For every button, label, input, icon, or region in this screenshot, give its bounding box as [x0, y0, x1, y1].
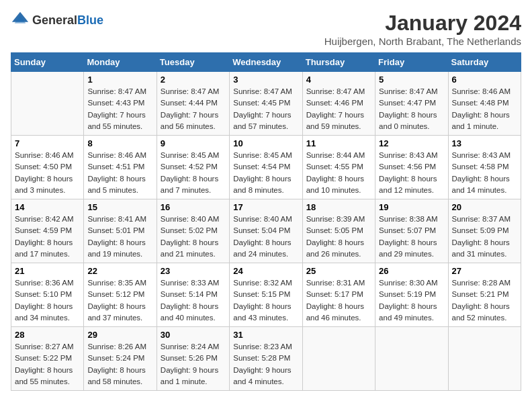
day-info-line: Sunrise: 8:42 AM — [15, 214, 80, 225]
day-info-line: Sunrise: 8:26 AM — [87, 341, 152, 353]
day-info: Sunrise: 8:47 AMSunset: 4:43 PMDaylight:… — [87, 86, 152, 132]
day-info-line: Sunrise: 8:46 AM — [15, 150, 80, 161]
day-of-week-header: Friday — [375, 53, 448, 72]
day-info-line: Sunrise: 8:36 AM — [15, 277, 80, 289]
day-info-line: and 58 minutes. — [87, 376, 152, 387]
day-info-line: Daylight: 9 hours — [161, 365, 226, 376]
day-info-line: Daylight: 8 hours — [15, 173, 80, 185]
day-info-line: Daylight: 8 hours — [161, 173, 226, 185]
day-info-line: Sunrise: 8:47 AM — [87, 86, 152, 97]
day-info-line: Sunset: 4:55 PM — [306, 161, 371, 173]
day-info-line: Daylight: 8 hours — [379, 301, 444, 312]
day-info-line: and 0 minutes. — [379, 121, 444, 132]
day-info-line: and 40 minutes. — [161, 312, 226, 324]
calendar-cell: 7Sunrise: 8:46 AMSunset: 4:50 PMDaylight… — [11, 136, 84, 199]
day-info-line: Sunset: 5:17 PM — [306, 289, 371, 300]
day-info-line: and 43 minutes. — [233, 312, 298, 324]
logo-general-text: General — [32, 13, 77, 27]
day-info-line: Sunset: 4:46 PM — [306, 97, 371, 109]
day-of-week-header: Thursday — [302, 53, 375, 72]
day-info-line: Sunrise: 8:46 AM — [87, 150, 152, 161]
calendar-cell — [375, 327, 448, 391]
day-info-line: Sunrise: 8:38 AM — [379, 214, 444, 225]
day-number: 16 — [161, 202, 226, 212]
day-info-line: Daylight: 8 hours — [452, 301, 517, 312]
day-info-line: Daylight: 9 hours — [233, 365, 298, 376]
day-info-line: Daylight: 8 hours — [452, 173, 517, 185]
day-number: 14 — [15, 202, 80, 212]
calendar-cell: 30Sunrise: 8:24 AMSunset: 5:26 PMDayligh… — [157, 327, 229, 391]
calendar-cell: 20Sunrise: 8:37 AMSunset: 5:09 PMDayligh… — [448, 199, 521, 263]
calendar-cell: 6Sunrise: 8:46 AMSunset: 4:48 PMDaylight… — [448, 72, 521, 136]
calendar-cell: 12Sunrise: 8:43 AMSunset: 4:56 PMDayligh… — [375, 136, 448, 199]
calendar-cell: 26Sunrise: 8:30 AMSunset: 5:19 PMDayligh… — [375, 263, 448, 327]
day-info-line: Sunrise: 8:23 AM — [233, 341, 298, 353]
day-info-line: Sunrise: 8:46 AM — [452, 86, 517, 97]
day-info-line: Daylight: 8 hours — [161, 237, 226, 248]
day-info-line: Sunset: 4:56 PM — [379, 161, 444, 173]
day-info-line: Sunrise: 8:43 AM — [452, 150, 517, 161]
day-info-line: Sunrise: 8:31 AM — [306, 277, 371, 289]
day-number: 7 — [15, 138, 80, 148]
day-info-line: Sunrise: 8:47 AM — [161, 86, 226, 97]
day-info-line: and 26 minutes. — [306, 248, 371, 260]
calendar-cell — [448, 327, 521, 391]
calendar-week-row: 21Sunrise: 8:36 AMSunset: 5:10 PMDayligh… — [11, 263, 521, 327]
day-info-line: Daylight: 8 hours — [452, 237, 517, 248]
day-info-line: Sunset: 4:47 PM — [379, 97, 444, 109]
calendar-header: SundayMondayTuesdayWednesdayThursdayFrid… — [11, 53, 521, 72]
day-info: Sunrise: 8:31 AMSunset: 5:17 PMDaylight:… — [306, 277, 371, 324]
day-number: 28 — [15, 330, 80, 340]
day-number: 11 — [306, 138, 371, 148]
day-number: 22 — [87, 266, 152, 276]
day-info-line: Sunset: 5:26 PM — [161, 353, 226, 364]
calendar-cell: 22Sunrise: 8:35 AMSunset: 5:12 PMDayligh… — [84, 263, 157, 327]
day-info-line: and 34 minutes. — [15, 312, 80, 324]
day-info-line: Daylight: 7 hours — [87, 109, 152, 121]
calendar-cell: 8Sunrise: 8:46 AMSunset: 4:51 PMDaylight… — [84, 136, 157, 199]
day-info: Sunrise: 8:36 AMSunset: 5:10 PMDaylight:… — [15, 277, 80, 324]
day-info-line: Sunrise: 8:30 AM — [379, 277, 444, 289]
day-info: Sunrise: 8:47 AMSunset: 4:44 PMDaylight:… — [161, 86, 226, 132]
day-info-line: Sunrise: 8:47 AM — [233, 86, 298, 97]
day-info: Sunrise: 8:37 AMSunset: 5:09 PMDaylight:… — [452, 214, 517, 260]
day-info-line: Sunset: 4:44 PM — [161, 97, 226, 109]
day-info-line: and 24 minutes. — [233, 248, 298, 260]
day-number: 2 — [161, 75, 226, 85]
day-info-line: Sunset: 5:05 PM — [306, 225, 371, 236]
calendar-cell: 18Sunrise: 8:39 AMSunset: 5:05 PMDayligh… — [302, 199, 375, 263]
calendar-cell: 25Sunrise: 8:31 AMSunset: 5:17 PMDayligh… — [302, 263, 375, 327]
day-info: Sunrise: 8:32 AMSunset: 5:15 PMDaylight:… — [233, 277, 298, 324]
day-of-week-header: Monday — [84, 53, 157, 72]
day-of-week-header: Sunday — [11, 53, 84, 72]
day-info: Sunrise: 8:43 AMSunset: 4:56 PMDaylight:… — [379, 150, 444, 196]
day-info: Sunrise: 8:44 AMSunset: 4:55 PMDaylight:… — [306, 150, 371, 196]
day-of-week-header: Wednesday — [230, 53, 302, 72]
day-info-line: Daylight: 8 hours — [233, 173, 298, 185]
day-info-line: and 7 minutes. — [161, 185, 226, 196]
day-number: 3 — [233, 75, 298, 85]
calendar-week-row: 1Sunrise: 8:47 AMSunset: 4:43 PMDaylight… — [11, 72, 521, 136]
day-info-line: and 10 minutes. — [306, 185, 371, 196]
day-info-line: Daylight: 8 hours — [379, 109, 444, 121]
calendar-cell — [302, 327, 375, 391]
day-number: 4 — [306, 75, 371, 85]
day-info: Sunrise: 8:45 AMSunset: 4:52 PMDaylight:… — [161, 150, 226, 196]
day-info-line: Daylight: 8 hours — [87, 237, 152, 248]
calendar-cell: 11Sunrise: 8:44 AMSunset: 4:55 PMDayligh… — [302, 136, 375, 199]
day-info: Sunrise: 8:26 AMSunset: 5:24 PMDaylight:… — [87, 341, 152, 387]
day-number: 18 — [306, 202, 371, 212]
day-info: Sunrise: 8:40 AMSunset: 5:04 PMDaylight:… — [233, 214, 298, 260]
day-info-line: and 29 minutes. — [379, 248, 444, 260]
day-info-line: Sunrise: 8:40 AM — [161, 214, 226, 225]
day-info-line: and 14 minutes. — [452, 185, 517, 196]
logo-blue-text: Blue — [77, 13, 103, 27]
day-number: 12 — [379, 138, 444, 148]
calendar-cell: 24Sunrise: 8:32 AMSunset: 5:15 PMDayligh… — [230, 263, 302, 327]
day-info: Sunrise: 8:30 AMSunset: 5:19 PMDaylight:… — [379, 277, 444, 324]
calendar-cell: 31Sunrise: 8:23 AMSunset: 5:28 PMDayligh… — [230, 327, 302, 391]
day-info: Sunrise: 8:47 AMSunset: 4:46 PMDaylight:… — [306, 86, 371, 132]
calendar-cell — [11, 72, 84, 136]
day-info: Sunrise: 8:42 AMSunset: 4:59 PMDaylight:… — [15, 214, 80, 260]
calendar-cell: 28Sunrise: 8:27 AMSunset: 5:22 PMDayligh… — [11, 327, 84, 391]
